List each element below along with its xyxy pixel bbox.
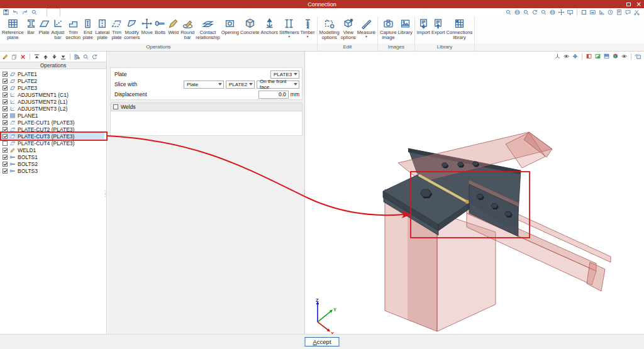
close-window-button[interactable]: × xyxy=(636,1,641,8)
tree-item-plate-cut2[interactable]: PLATE-CUT2 (PLATE3) xyxy=(0,126,104,133)
axes-widget-toggle[interactable] xyxy=(554,53,561,60)
ribbon-button-anchors[interactable]: Anchors xyxy=(260,17,279,36)
welds-checkbox[interactable] xyxy=(113,104,118,109)
rotate-view-tool[interactable] xyxy=(531,9,538,16)
move-last-button[interactable] xyxy=(60,53,67,60)
slice-type-select[interactable]: Plate xyxy=(184,80,224,89)
move-down-button[interactable] xyxy=(51,53,58,60)
tree-item-bolts3[interactable]: BOLTS3 xyxy=(0,167,104,174)
item-checkbox[interactable] xyxy=(3,169,8,174)
front-view-button[interactable] xyxy=(586,53,592,60)
move-up-button[interactable] xyxy=(42,53,49,60)
save-button[interactable] xyxy=(3,9,9,16)
separator[interactable] xyxy=(582,53,582,60)
slice-plate-select[interactable]: PLATE2 xyxy=(226,80,255,89)
tree-item-plane1[interactable]: PLANE1 xyxy=(0,112,104,119)
item-checkbox[interactable] xyxy=(3,141,8,146)
ribbon-button-concrete[interactable]: Concrete xyxy=(240,17,260,36)
redo-button[interactable] xyxy=(21,9,28,16)
tree-item-plate-cut3[interactable]: PLATE-CUT3 (PLATE3) xyxy=(0,133,104,140)
item-checkbox[interactable] xyxy=(3,134,8,139)
tree-item-plate-cut4[interactable]: PLATE-CUT4 (PLATE3) xyxy=(0,140,104,147)
tree-item-plate2[interactable]: PLATE2 xyxy=(0,77,104,84)
accept-button[interactable]: Accept xyxy=(304,337,339,346)
search-operations-button[interactable] xyxy=(82,53,89,60)
move-first-button[interactable] xyxy=(33,53,40,60)
ribbon-button-bolts[interactable]: Bolts xyxy=(153,17,167,36)
protractor-tool[interactable] xyxy=(598,9,605,16)
ribbon-tab[interactable] xyxy=(47,8,60,16)
new-group-button[interactable] xyxy=(74,53,80,60)
item-checkbox[interactable] xyxy=(3,106,8,111)
zoom-out-tool[interactable] xyxy=(540,9,547,16)
isometric-view-button[interactable] xyxy=(612,53,619,60)
ribbon-button-trim-plate[interactable]: Trim plate xyxy=(110,17,123,42)
tree-item-adjustment3[interactable]: ADJUSTMENT3 (L2) xyxy=(0,105,104,112)
tree-item-bolts1[interactable]: BOLTS1 xyxy=(0,153,104,160)
ribbon-tab[interactable] xyxy=(60,8,73,16)
tree-item-plate3[interactable]: PLATE3 xyxy=(0,84,104,91)
zoom-button[interactable] xyxy=(31,9,38,16)
separator[interactable] xyxy=(577,9,577,16)
ribbon-button-export[interactable]: Export xyxy=(431,17,446,36)
copy-operation-button[interactable] xyxy=(11,53,18,60)
item-checkbox[interactable] xyxy=(3,148,8,153)
item-checkbox[interactable] xyxy=(3,113,8,118)
edit-operation-button[interactable] xyxy=(2,53,9,60)
item-checkbox[interactable] xyxy=(3,92,8,97)
orbit-ball-tool[interactable] xyxy=(549,9,556,16)
ribbon-button-view-options[interactable]: View options xyxy=(340,17,357,42)
3d-viewport[interactable]: ZYX xyxy=(306,52,644,334)
separator[interactable] xyxy=(30,53,30,60)
top-view-button[interactable] xyxy=(603,53,610,60)
displacement-input[interactable] xyxy=(258,91,289,99)
tree-item-weld1[interactable]: WELD1 xyxy=(0,147,104,153)
panel-splitter[interactable]: ⋮⋮ xyxy=(103,191,106,200)
comment-tool[interactable] xyxy=(625,9,631,16)
tree-item-plate-cut1[interactable]: PLATE-CUT1 (PLATE3) xyxy=(0,119,104,126)
tree-item-adjustment1[interactable]: ADJUSTMENT1 (C1) xyxy=(0,91,104,98)
ribbon-button-move[interactable]: Move xyxy=(140,17,153,36)
ribbon-button-weld[interactable]: Weld xyxy=(167,17,180,36)
report-tool[interactable] xyxy=(616,9,623,16)
history-tool[interactable] xyxy=(607,9,614,16)
fit-screen-tool[interactable] xyxy=(567,9,574,16)
separator[interactable] xyxy=(631,53,631,60)
ribbon-button-reference-plane[interactable]: Reference plane xyxy=(1,17,25,42)
undo-button[interactable] xyxy=(12,9,19,16)
pan-tool[interactable] xyxy=(558,9,565,16)
ribbon-button-contact-relationship[interactable]: Contact relationship xyxy=(195,17,220,42)
ribbon-button-round-bar[interactable]: Round bar xyxy=(180,17,195,42)
item-checkbox[interactable] xyxy=(3,72,8,77)
connection-3d-model[interactable]: ZYX xyxy=(306,52,644,334)
side-view-button[interactable] xyxy=(594,53,601,60)
ribbon-button-plate[interactable]: Plate xyxy=(38,17,51,36)
ribbon-button-library[interactable]: Library xyxy=(397,17,413,36)
ribbon-button-import[interactable]: Import xyxy=(416,17,431,36)
section-cut-tool[interactable] xyxy=(633,9,640,16)
ribbon-button-capture-image[interactable]: Capture image xyxy=(379,17,397,42)
zoom-window-tool[interactable] xyxy=(523,9,530,16)
panel-splitter[interactable]: ⋮⋮ xyxy=(302,191,304,200)
tree-item-plate1[interactable]: PLATE1 xyxy=(0,70,104,77)
item-checkbox[interactable] xyxy=(3,162,8,167)
item-checkbox[interactable] xyxy=(3,99,8,104)
orbit-view-button[interactable] xyxy=(572,53,579,60)
zoom-all-tool[interactable] xyxy=(514,9,521,16)
ribbon-button-adjust-bar[interactable]: Adjust bar xyxy=(51,17,65,42)
solid-view-toggle[interactable] xyxy=(589,9,596,16)
ribbon-button-stiffeners[interactable]: Stiffeners ▼ xyxy=(279,17,300,38)
wireframe-toggle[interactable] xyxy=(580,9,587,16)
restore-window-button[interactable] xyxy=(626,3,631,6)
ribbon-button-connections-library[interactable]: Connections library xyxy=(446,17,474,42)
rotate-scene-button[interactable] xyxy=(635,53,641,60)
item-checkbox[interactable] xyxy=(3,155,8,160)
item-checkbox[interactable] xyxy=(3,79,8,84)
camera-view-button[interactable] xyxy=(563,53,570,60)
item-checkbox[interactable] xyxy=(3,86,8,91)
visibility-button[interactable] xyxy=(621,53,628,60)
zoom-selection-tool[interactable] xyxy=(505,9,512,16)
tree-item-adjustment2[interactable]: ADJUSTMENT2 (L1) xyxy=(0,98,104,105)
ribbon-button-opening[interactable]: Opening xyxy=(221,17,240,36)
ribbon-button-lateral-plate[interactable]: Lateral plate xyxy=(94,17,110,42)
